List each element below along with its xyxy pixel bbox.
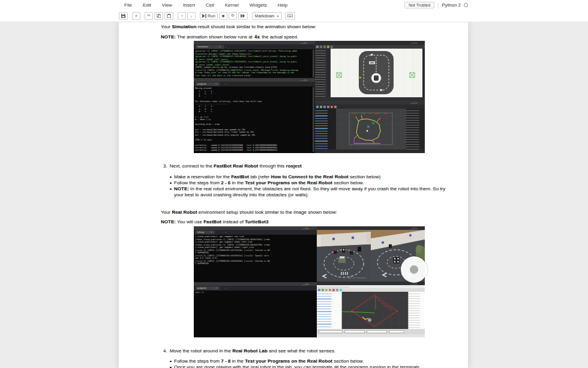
- menu-file[interactable]: File: [119, 2, 137, 8]
- keyboard-icon: [287, 14, 293, 17]
- menu-insert[interactable]: Insert: [178, 2, 200, 8]
- menu-kernel[interactable]: Kernel: [220, 2, 244, 8]
- note-fastbot: NOTE: You will use FastBot instead of Tu…: [161, 219, 268, 225]
- arrow-up-icon: ↑: [181, 14, 183, 18]
- move-cell-down-button[interactable]: ↓: [187, 12, 196, 20]
- rviz-statusbar: [317, 334, 425, 337]
- close-icon[interactable]: ×: [215, 83, 217, 85]
- new-tab-icon[interactable]: +: [225, 287, 226, 289]
- camera-view-front: The Construct: [317, 230, 371, 282]
- save-icon: [121, 14, 125, 18]
- markdown-cell[interactable]: Your Simulation result should look simil…: [119, 22, 468, 368]
- bullet-steps-7-8: Follow the steps from 7 - 8 in the Test …: [174, 358, 364, 364]
- rviz-displays-panel: [317, 292, 342, 329]
- move-cell-up-button[interactable]: ↑: [178, 12, 186, 20]
- tab-program[interactable]: program×: [196, 82, 220, 86]
- chevron-down-icon: ▾: [277, 14, 279, 18]
- gazebo-side-panel: [315, 49, 331, 97]
- bullet-note-obstacles: NOTE: In the real robot environment, the…: [174, 186, 455, 198]
- close-icon[interactable]: ×: [219, 46, 220, 48]
- simulation-animation-image: — □ × simulation× + [gzserver-1] [INFO] …: [194, 41, 425, 153]
- new-tab-icon[interactable]: +: [225, 83, 226, 85]
- close-icon[interactable]: ×: [215, 287, 217, 289]
- new-tab-icon[interactable]: +: [225, 231, 226, 234]
- tab-program[interactable]: program×: [196, 286, 220, 290]
- save-button[interactable]: [119, 12, 128, 20]
- fast-forward-icon: [241, 14, 245, 18]
- cut-icon: ✂: [147, 13, 151, 18]
- stop-icon: ■: [222, 14, 224, 18]
- restart-run-all-button[interactable]: [238, 12, 248, 20]
- list-item-4: 4.Move the robot around in the Real Robo…: [163, 348, 335, 354]
- tab-simulation[interactable]: simulation×: [196, 45, 224, 49]
- plus-icon: +: [135, 14, 137, 18]
- terminal-line: T SUPPORTED: [195, 262, 315, 265]
- arrow-down-icon: ↓: [190, 14, 193, 18]
- list-item-3: 3.Next, connect to the FastBot Real Robo…: [163, 163, 302, 169]
- terminal-scrollbar[interactable]: [313, 50, 314, 77]
- rviz-displays-panel: [315, 109, 336, 149]
- step-forward-icon: [202, 14, 206, 18]
- cell-type-dropdown[interactable]: Markdown ▾: [252, 12, 282, 20]
- menu-view[interactable]: View: [157, 2, 178, 8]
- cell-type-value: Markdown: [255, 14, 274, 18]
- bullet-terminate: Once you are done playing with the real …: [174, 364, 456, 368]
- terminal-line: currently: speed 0.141254743504950000 tu…: [195, 151, 313, 152]
- bullet-icon: [170, 182, 172, 184]
- copy-icon: [157, 14, 161, 18]
- stop-kernel-button[interactable]: ■: [219, 12, 227, 20]
- toolbar: + ✂ ↑ ↓ Run ■ ↻: [119, 11, 299, 20]
- notebook-header: File Edit View Insert Cell Kernel Widget…: [0, 0, 588, 22]
- refresh-icon: ↻: [231, 13, 235, 18]
- terminal-output-robot-state: t_state_publisher]: got segment imu_link…: [195, 235, 315, 281]
- divider: |: [437, 2, 439, 8]
- not-trusted-button[interactable]: Not Trusted: [404, 2, 434, 8]
- window-controls[interactable]: — □ ×: [410, 42, 417, 44]
- menu-cell[interactable]: Cell: [200, 2, 220, 8]
- bullet-icon: [170, 361, 172, 363]
- paragraph-simulation: Your Simulation result should look simil…: [161, 24, 316, 30]
- gazebo-window: — □ ×: [315, 41, 425, 101]
- rviz-bottombar: [317, 329, 425, 334]
- cursor-highlight-overlay: [401, 256, 427, 283]
- paste-cell-button[interactable]: [164, 12, 173, 20]
- rviz-real-window: — □ ×: [317, 282, 425, 337]
- paragraph-real-robot: Your Real Robot environment setup should…: [161, 210, 337, 216]
- menu-edit[interactable]: Edit: [137, 2, 157, 8]
- cut-cell-button[interactable]: ✂: [145, 12, 153, 20]
- rviz-properties-panel: [406, 109, 425, 149]
- terminal-prompt: user:~$: [195, 291, 315, 336]
- rviz-toolbar: [315, 104, 425, 109]
- terminal-tabbar: program× +: [194, 286, 317, 291]
- menu-help[interactable]: Help: [272, 2, 293, 8]
- bullet-reservation: Make a reservation for the FastBot lab (…: [174, 174, 380, 180]
- paste-icon: [167, 14, 171, 18]
- close-icon[interactable]: ×: [211, 231, 212, 234]
- kernel-name: Python 2: [442, 2, 461, 8]
- menu-widgets[interactable]: Widgets: [244, 2, 272, 8]
- watermark-text: The Construct: [352, 277, 366, 279]
- bullet-icon: [170, 189, 172, 190]
- terminal-scrollbar[interactable]: [313, 87, 314, 152]
- new-tab-icon[interactable]: +: [225, 46, 226, 48]
- kernel-idle-icon: [464, 3, 468, 7]
- run-label: Run: [208, 14, 215, 18]
- rviz-map-viewport: [336, 109, 406, 149]
- terminal-output-teleop-keys: Moving around: u i o j k l m , . For Hol…: [195, 87, 313, 152]
- run-cell-button[interactable]: Run: [200, 12, 218, 20]
- restart-kernel-button[interactable]: ↻: [229, 12, 237, 20]
- note-animation-speed: NOTE: The animation shown below runs at …: [161, 34, 298, 40]
- gazebo-track-viewport: [331, 49, 422, 97]
- terminal-line: user:~$: [195, 291, 315, 294]
- rviz-statusbar: [315, 149, 425, 153]
- terminal-tabbar: simulation× +: [194, 44, 315, 49]
- rviz-properties-panel: [408, 292, 425, 329]
- bullet-steps-2-6: Follow the steps from 2 - 6 in the Test …: [174, 180, 364, 186]
- command-palette-button[interactable]: [285, 12, 295, 20]
- terminal-tabbar: program× +: [194, 82, 315, 86]
- tab-teleop[interactable]: teleop×: [196, 231, 215, 234]
- real-robot-lab-image: — □ × teleop× + t_state_publisher]: got …: [194, 226, 425, 337]
- copy-cell-button[interactable]: [154, 12, 163, 20]
- rviz-window: — □ ×: [315, 101, 425, 153]
- add-cell-button[interactable]: +: [132, 12, 140, 20]
